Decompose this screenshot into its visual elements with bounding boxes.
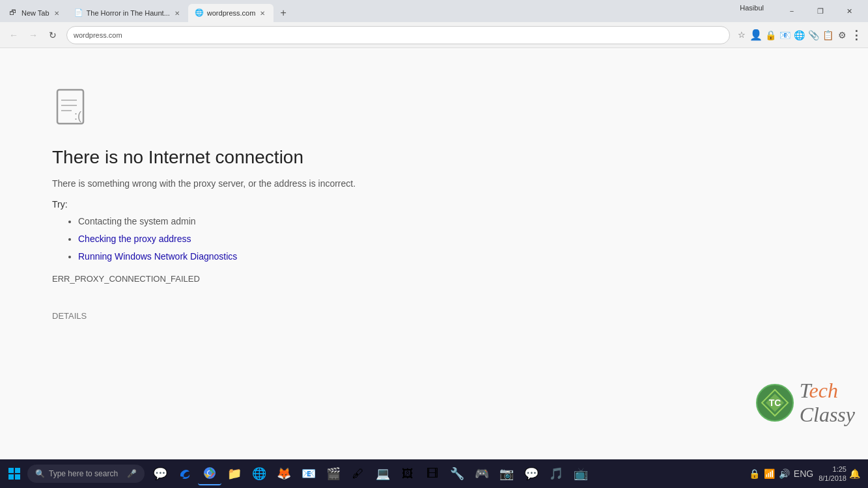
svg-rect-10 [15, 468, 20, 473]
error-subtitle: There is something wrong with the proxy … [52, 178, 816, 189]
taskbar-edge[interactable] [173, 462, 197, 485]
tab-2-label: The Horror in The Haunt... [87, 9, 170, 17]
reload-button[interactable]: ↻ [44, 27, 61, 44]
extension-icon-5[interactable]: 📋 [821, 29, 834, 42]
tray-lang[interactable]: ENG [794, 468, 813, 479]
suggestions-list: Contacting the system admin Checking the… [52, 215, 816, 264]
taskbar-skype[interactable]: 💬 [520, 462, 543, 485]
avatar-icon[interactable]: 👤 [749, 29, 763, 42]
tab-3[interactable]: 🌐 wordpress.com ✕ [188, 4, 274, 22]
browser-toolbar: ← → ↻ wordpress.com ☆ 👤 🔒 📧 🌐 📎 📋 ⚙ ⋮ [0, 22, 868, 48]
search-icon: 🔍 [35, 469, 45, 478]
taskbar-clock[interactable]: 1:25 8/1/2018 [819, 465, 847, 483]
svg-text::(: :( [74, 109, 81, 122]
svg-rect-9 [8, 468, 14, 473]
tab-3-label: wordpress.com [207, 9, 256, 17]
windows-logo-icon [8, 467, 21, 480]
taskbar: 🔍 Type here to search 🎤 💬 [0, 459, 868, 488]
window-controls: − ❐ ✕ [778, 4, 863, 18]
taskbar-cortana[interactable]: 💬 [148, 462, 172, 485]
bookmark-icon[interactable]: ☆ [735, 29, 748, 42]
system-tray: 🔒 📶 🔊 ENG 1:25 8/1/2018 🔔 [741, 465, 865, 483]
tray-volume[interactable]: 🔊 [779, 468, 790, 479]
microphone-icon: 🎤 [127, 469, 137, 478]
taskbar-app11[interactable]: 🎮 [470, 462, 494, 485]
address-text: wordpress.com [74, 31, 723, 39]
tray-icons: 🔒 📶 🔊 ENG [746, 468, 816, 479]
tab-2-favicon: 📄 [74, 8, 83, 18]
tab-1-label: New Tab [21, 9, 49, 17]
taskbar-vscode[interactable]: 💻 [371, 462, 395, 485]
suggestion-2[interactable]: Checking the proxy address [78, 232, 816, 246]
restore-button[interactable]: ❐ [807, 4, 834, 18]
taskbar-chrome[interactable] [198, 462, 221, 485]
taskbar-mail[interactable]: 📧 [297, 462, 320, 485]
suggestion-3-link[interactable]: Running Windows Network Diagnostics [78, 251, 237, 262]
tab-3-favicon: 🌐 [195, 8, 204, 18]
title-bar: 🗗 New Tab ✕ 📄 The Horror in The Haunt...… [0, 0, 868, 22]
extension-icon-4[interactable]: 📎 [807, 29, 820, 42]
taskbar-time-text: 1:25 [819, 465, 847, 474]
watermark-logo-icon: TC [755, 383, 794, 422]
taskbar-app13[interactable]: 🎵 [544, 462, 568, 485]
taskbar-ae[interactable]: 🎬 [322, 462, 345, 485]
forward-button[interactable]: → [25, 27, 42, 44]
svg-point-15 [208, 471, 212, 475]
suggestion-1-text: Contacting the system admin [78, 216, 196, 226]
taskbar-camera[interactable]: 📷 [495, 462, 518, 485]
tab-1[interactable]: 🗗 New Tab ✕ [3, 4, 68, 22]
close-button[interactable]: ✕ [835, 4, 863, 18]
tab-1-close[interactable]: ✕ [52, 8, 61, 18]
taskbar-search-text: Type here to search [49, 469, 118, 478]
tab-1-favicon: 🗗 [9, 8, 18, 18]
suggestion-3[interactable]: Running Windows Network Diagnostics [78, 250, 816, 264]
error-icon: :( [52, 87, 94, 129]
taskbar-pr[interactable]: 🎞 [421, 462, 444, 485]
svg-text:TC: TC [768, 398, 781, 408]
start-button[interactable] [3, 462, 26, 485]
taskbar-firefox[interactable]: 🦊 [272, 462, 296, 485]
details-button[interactable]: DETAILS [52, 311, 87, 321]
watermark: TC Tech Classy [755, 379, 855, 427]
tab-3-close[interactable]: ✕ [258, 8, 267, 18]
tray-icon-1[interactable]: 🔒 [749, 468, 760, 479]
taskbar-app14[interactable]: 📺 [569, 462, 593, 485]
extension-icon-1[interactable]: 🔒 [764, 29, 777, 42]
error-code: ERR_PROXY_CONNECTION_FAILED [52, 274, 816, 284]
extension-icon-2[interactable]: 📧 [778, 29, 791, 42]
error-title: There is no Internet connection [52, 147, 816, 168]
tab-2-close[interactable]: ✕ [173, 8, 182, 18]
tab-2[interactable]: 📄 The Horror in The Haunt... ✕ [68, 4, 188, 22]
new-tab-button[interactable]: + [273, 4, 292, 22]
extension-icon-3[interactable]: 🌐 [792, 29, 805, 42]
action-center-icon[interactable]: 🔔 [849, 468, 860, 479]
tray-icon-2[interactable]: 📶 [764, 468, 775, 479]
profile-area: Hasibul [740, 4, 764, 12]
page-content: :( There is no Internet connection There… [0, 48, 868, 459]
settings-icon[interactable]: ⚙ [835, 29, 848, 42]
taskbar-explorer[interactable]: 📁 [223, 462, 246, 485]
taskbar-ps[interactable]: 🖼 [396, 462, 419, 485]
address-bar[interactable]: wordpress.com [66, 26, 730, 44]
back-button[interactable]: ← [5, 27, 22, 44]
profile-name: Hasibul [740, 4, 764, 12]
toolbar-right-icons: ☆ 👤 🔒 📧 🌐 📎 📋 ⚙ ⋮ [735, 29, 863, 42]
minimize-button[interactable]: − [778, 4, 805, 18]
watermark-text: Tech Classy [800, 379, 855, 427]
svg-rect-11 [8, 474, 14, 480]
menu-icon[interactable]: ⋮ [850, 29, 863, 42]
taskbar-date-text: 8/1/2018 [819, 474, 847, 483]
taskbar-app10[interactable]: 🔧 [445, 462, 469, 485]
taskbar-search[interactable]: 🔍 Type here to search 🎤 [27, 465, 145, 483]
taskbar-ai[interactable]: 🖋 [346, 462, 370, 485]
taskbar-apps: 💬 📁 🌐 🦊 📧 🎬 [146, 462, 740, 485]
taskbar-ie[interactable]: 🌐 [247, 462, 271, 485]
svg-rect-12 [15, 474, 20, 480]
suggestion-2-link[interactable]: Checking the proxy address [78, 234, 191, 244]
try-label: Try: [52, 199, 816, 210]
suggestion-1: Contacting the system admin [78, 215, 816, 228]
